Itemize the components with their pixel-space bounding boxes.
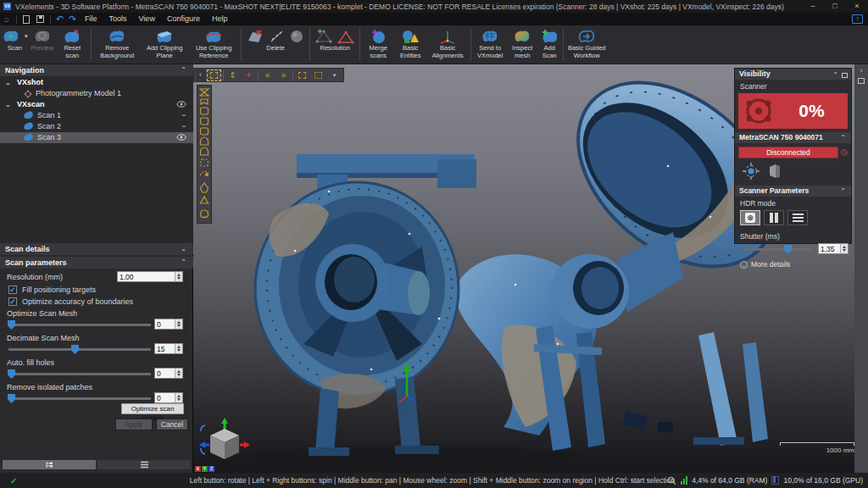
- cancel-button[interactable]: Cancel: [156, 419, 188, 430]
- chevron-up-icon[interactable]: ⌃: [181, 257, 186, 269]
- value-input[interactable]: [155, 393, 175, 402]
- auto-fill-holes-slider[interactable]: [8, 373, 151, 375]
- reset-scan-button[interactable]: Reset scan: [55, 25, 89, 64]
- tree-item-scan-2[interactable]: Scan 2 ⌣: [0, 121, 193, 132]
- tracker-icon[interactable]: [742, 162, 760, 180]
- cross-arrows-tool[interactable]: +: [242, 69, 256, 81]
- tree-item-photogrammetry-model[interactable]: Photogrammetry Model 1: [0, 88, 193, 99]
- slider-thumb[interactable]: [8, 320, 15, 330]
- merge-scans-button[interactable]: Merge scans: [362, 25, 394, 64]
- add-scan-button[interactable]: Add Scan: [537, 25, 561, 64]
- preview-button[interactable]: Preview: [30, 25, 56, 64]
- expander-icon[interactable]: ⌄: [5, 77, 11, 88]
- decimate-scan-mesh-spinbox[interactable]: [154, 343, 183, 354]
- chevron-up-icon[interactable]: ⌃: [840, 186, 846, 197]
- basic-guided-workflow-button[interactable]: Basic Guided Workflow: [565, 25, 608, 64]
- spinner-arrows[interactable]: [175, 393, 182, 402]
- scan-parameters-header[interactable]: Scan parameters ⌃: [0, 257, 193, 269]
- rectangle-selection-tool[interactable]: [207, 69, 221, 81]
- send-to-vxmodel-button[interactable]: Send to VXmodel: [473, 25, 507, 64]
- home-icon[interactable]: ⌂: [0, 14, 14, 25]
- more-details-link[interactable]: ⌄ More details: [735, 255, 851, 269]
- spinner-arrows[interactable]: [175, 369, 182, 378]
- menu-help[interactable]: Help: [206, 13, 234, 25]
- optimize-scan-mesh-spinbox[interactable]: [154, 319, 183, 330]
- spinner-arrows[interactable]: [175, 319, 182, 329]
- add-clipping-plane-button[interactable]: Add Clipping Plane: [141, 25, 188, 64]
- chevron-up-icon[interactable]: ⌃: [832, 69, 838, 80]
- navigation-header[interactable]: Navigation ⌃: [0, 64, 193, 76]
- tree-item-vxscan[interactable]: ⌄ VXscan: [0, 99, 193, 110]
- spinner-arrows[interactable]: [175, 272, 182, 281]
- selection-shape-icons[interactable]: [198, 87, 210, 221]
- value-input[interactable]: [155, 319, 175, 329]
- eye-closed-icon[interactable]: ⌣: [181, 119, 186, 130]
- decrease-resolution-icon[interactable]: [337, 29, 354, 44]
- fill-targets-checkbox[interactable]: ✓: [8, 286, 17, 294]
- remove-isolated-patches-slider[interactable]: [8, 397, 151, 400]
- apply-button[interactable]: Apply: [115, 419, 153, 430]
- rotate-right-tool[interactable]: »: [276, 69, 291, 81]
- minimize-button[interactable]: –: [802, 0, 824, 13]
- chevron-up-icon[interactable]: ⌃: [840, 132, 846, 143]
- orientation-cube[interactable]: [198, 417, 251, 463]
- zoom-selection-tool[interactable]: [295, 69, 309, 81]
- disconnected-button[interactable]: Disconnected: [738, 147, 838, 158]
- hdr-mode-off-button[interactable]: ⊗: [740, 210, 760, 225]
- popout-icon[interactable]: [842, 73, 848, 78]
- cmm-device-icon[interactable]: [767, 163, 782, 180]
- value-input[interactable]: [155, 369, 175, 378]
- inspect-mesh-button[interactable]: Inspect mesh: [507, 25, 537, 64]
- visibility-header[interactable]: Visibility ⌃: [735, 69, 851, 80]
- remove-background-button[interactable]: Remove Background: [93, 25, 141, 64]
- slider-thumb[interactable]: [784, 245, 792, 254]
- spinner-arrows[interactable]: [840, 244, 848, 253]
- device-section-header[interactable]: MetraSCAN 750 9040071 ⌃: [735, 132, 851, 143]
- chevron-down-icon[interactable]: ⌄: [181, 243, 186, 255]
- optimize-boundaries-checkbox[interactable]: ✓: [8, 297, 17, 306]
- hdr-mode-bars-button[interactable]: [764, 210, 784, 225]
- delete-sphere-icon[interactable]: [289, 29, 304, 44]
- delete-scan-icon[interactable]: [247, 29, 264, 44]
- redo-icon[interactable]: ↷: [66, 14, 79, 25]
- use-clipping-reference-button[interactable]: Use Clipping Reference: [188, 25, 239, 64]
- expander-icon[interactable]: ⌄: [5, 99, 11, 110]
- help-bubble-icon[interactable]: ?: [852, 14, 863, 24]
- scanner-parameters-header[interactable]: Scanner Parameters ⌃: [735, 186, 851, 197]
- shutter-input[interactable]: [819, 244, 840, 253]
- expand-panel-icon[interactable]: ›: [860, 66, 863, 75]
- close-button[interactable]: ×: [846, 0, 868, 13]
- menu-file[interactable]: File: [79, 13, 103, 25]
- maximize-button[interactable]: □: [824, 0, 846, 13]
- optimize-scan-mesh-slider[interactable]: [8, 324, 151, 326]
- scan-button[interactable]: ▾ Scan: [0, 25, 30, 64]
- resolution-input[interactable]: [118, 272, 175, 281]
- slider-thumb[interactable]: [8, 394, 15, 403]
- dock-window-icon[interactable]: [858, 78, 865, 84]
- basic-alignments-button[interactable]: Basic Alignments: [426, 25, 469, 64]
- delete-spray-icon[interactable]: [269, 29, 284, 44]
- rotate-left-tool[interactable]: «: [260, 69, 275, 81]
- slider-thumb[interactable]: [71, 345, 79, 354]
- auto-fill-holes-spinbox[interactable]: [154, 368, 183, 379]
- menu-view[interactable]: View: [133, 13, 161, 25]
- eye-closed-icon[interactable]: ⌣: [181, 108, 186, 119]
- save-icon[interactable]: [36, 15, 44, 23]
- remove-isolated-patches-spinbox[interactable]: [154, 392, 183, 403]
- shutter-slider[interactable]: [742, 248, 813, 251]
- eye-open-icon[interactable]: [176, 133, 186, 141]
- collapse-toolbar-icon[interactable]: ‹: [196, 68, 205, 82]
- hdr-mode-lines-button[interactable]: [787, 210, 808, 225]
- increase-resolution-icon[interactable]: [315, 29, 332, 44]
- menu-tools[interactable]: Tools: [103, 13, 133, 25]
- eye-open-icon[interactable]: [176, 100, 186, 108]
- slider-thumb[interactable]: [8, 369, 15, 379]
- flip-selection-tool[interactable]: ⇕: [225, 69, 240, 81]
- chevron-up-icon[interactable]: ⌃: [181, 64, 186, 76]
- undo-icon[interactable]: ↶: [53, 14, 66, 25]
- value-input[interactable]: [155, 344, 175, 353]
- scan-details-header[interactable]: Scan details ⌄: [0, 243, 193, 255]
- new-document-icon[interactable]: [23, 15, 30, 24]
- optimize-scan-surface-button[interactable]: Optimize scan surface: [121, 403, 184, 414]
- tab-list-view[interactable]: [97, 460, 191, 469]
